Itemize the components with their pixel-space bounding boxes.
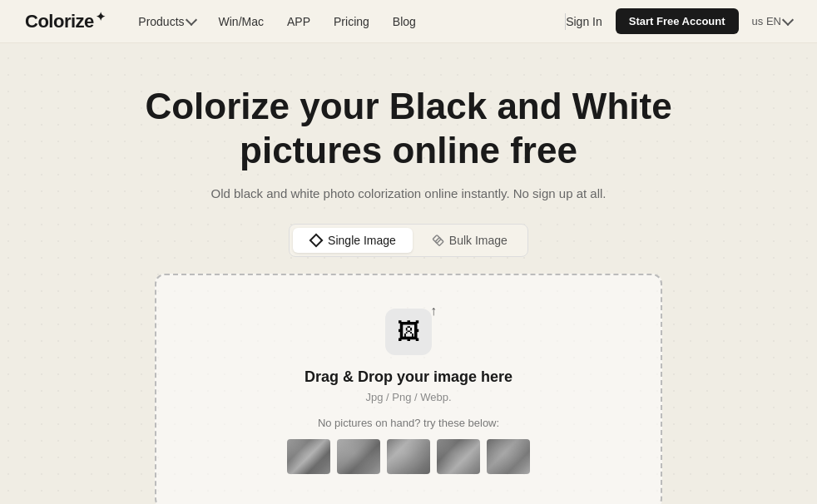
nav-products-label: Products [138,15,184,28]
sample-images [287,439,530,474]
sample-image-3[interactable] [387,439,430,474]
locale-selector[interactable]: us EN [752,15,792,27]
nav-pricing[interactable]: Pricing [334,15,369,28]
logo-star: ✦ [96,10,106,23]
locale-text: us EN [752,15,781,27]
tab-bulk-image-label: Bulk Image [449,234,508,247]
hero-subtitle: Old black and white photo colorization o… [211,186,607,200]
image-mode-tabs: Single Image Bulk Image [289,224,528,257]
start-free-account-button[interactable]: Start Free Account [616,8,739,34]
bulk-image-icon [431,234,444,247]
single-image-icon [309,234,323,247]
sample-text: No pictures on hand? try these below: [318,417,499,429]
sample-image-2[interactable] [337,439,380,474]
nav-products[interactable]: Products [138,15,195,28]
navbar: Colorize✦ Products Win/Mac APP Pricing B… [0,0,817,43]
nav-app-label: APP [287,15,310,28]
dropzone-title: Drag & Drop your image here [305,368,512,386]
tab-single-image[interactable]: Single Image [293,228,413,253]
bulk-diamond-icon [431,234,444,247]
dropzone[interactable]: 🖼 ↑ Drag & Drop your image here Jpg / Pn… [155,274,662,504]
nav-links: Products Win/Mac APP Pricing Blog [138,15,565,28]
signin-link[interactable]: Sign In [566,15,602,28]
sample-image-5[interactable] [487,439,530,474]
nav-right: Sign In Start Free Account us EN [566,8,792,34]
sample-image-1[interactable] [287,439,330,474]
nav-pricing-label: Pricing [334,15,369,28]
upload-file-icon: 🖼 [397,318,420,345]
upload-arrow-icon: ↑ [430,304,437,319]
tab-bulk-image[interactable]: Bulk Image [414,228,524,253]
nav-app[interactable]: APP [287,15,310,28]
diamond-icon [309,233,324,247]
tab-single-image-label: Single Image [328,234,396,247]
logo-text: Colorize [25,11,94,32]
products-chevron-icon [185,14,196,26]
upload-icon-wrapper: 🖼 ↑ [385,309,432,355]
nav-winmac[interactable]: Win/Mac [219,15,264,28]
dropzone-formats: Jpg / Png / Webp. [365,391,451,403]
logo[interactable]: Colorize✦ [25,11,105,32]
locale-chevron-icon [782,14,794,26]
nav-winmac-label: Win/Mac [219,15,264,28]
main-content: Colorize your Black and White pictures o… [0,43,817,504]
nav-blog[interactable]: Blog [393,15,416,28]
sample-image-4[interactable] [437,439,480,474]
nav-blog-label: Blog [393,15,416,28]
hero-title: Colorize your Black and White pictures o… [117,85,700,173]
